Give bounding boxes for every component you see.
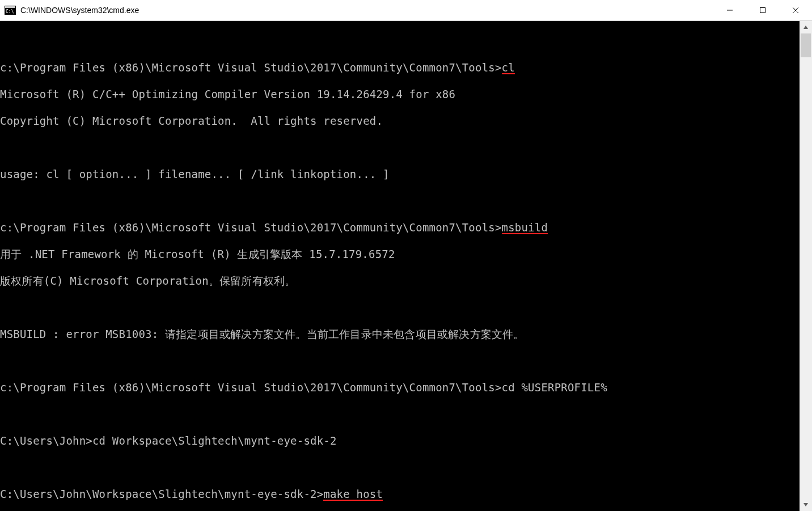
output-line: MSBUILD : error MSB1003: 请指定项目或解决方案文件。当前… — [0, 328, 800, 341]
output-line: usage: cl [ option... ] filename... [ /l… — [0, 168, 800, 181]
titlebar: C:\ C:\WINDOWS\system32\cmd.exe — [0, 0, 812, 21]
scrollbar[interactable] — [800, 21, 812, 511]
terminal-container: c:\Program Files (x86)\Microsoft Visual … — [0, 21, 812, 511]
terminal-output[interactable]: c:\Program Files (x86)\Microsoft Visual … — [0, 21, 800, 511]
prompt-text: C:\Users\John> — [0, 434, 92, 447]
output-line: 版权所有(C) Microsoft Corporation。保留所有权利。 — [0, 274, 800, 288]
scrollbar-up-arrow[interactable] — [800, 21, 812, 33]
prompt-text: c:\Program Files (x86)\Microsoft Visual … — [0, 61, 502, 74]
command-text: cd %USERPROFILE% — [502, 381, 607, 394]
output-line: 用于 .NET Framework 的 Microsoft (R) 生成引擎版本… — [0, 248, 800, 261]
scrollbar-down-arrow[interactable] — [800, 499, 812, 511]
prompt-text: C:\Users\John\Workspace\Slightech\mynt-e… — [0, 488, 323, 500]
svg-text:C:\: C:\ — [6, 9, 14, 14]
close-button[interactable] — [779, 0, 812, 20]
window-controls — [713, 0, 812, 20]
command-text: cl — [502, 62, 515, 74]
prompt-text: c:\Program Files (x86)\Microsoft Visual … — [0, 221, 502, 234]
minimize-button[interactable] — [713, 0, 746, 20]
cmd-icon: C:\ — [5, 6, 16, 15]
scrollbar-track[interactable] — [800, 33, 812, 499]
command-text: cd Workspace\Slightech\mynt-eye-sdk-2 — [92, 434, 337, 447]
prompt-text: c:\Program Files (x86)\Microsoft Visual … — [0, 381, 502, 394]
window-title: C:\WINDOWS\system32\cmd.exe — [20, 6, 713, 15]
output-line: Microsoft (R) C/C++ Optimizing Compiler … — [0, 88, 800, 102]
svg-rect-1 — [5, 6, 15, 8]
command-text: msbuild — [502, 222, 548, 234]
scrollbar-thumb[interactable] — [801, 33, 811, 57]
command-text: make host — [323, 488, 383, 501]
output-line: Copyright (C) Microsoft Corporation. All… — [0, 115, 800, 128]
svg-rect-4 — [760, 8, 766, 13]
maximize-button[interactable] — [746, 0, 779, 20]
